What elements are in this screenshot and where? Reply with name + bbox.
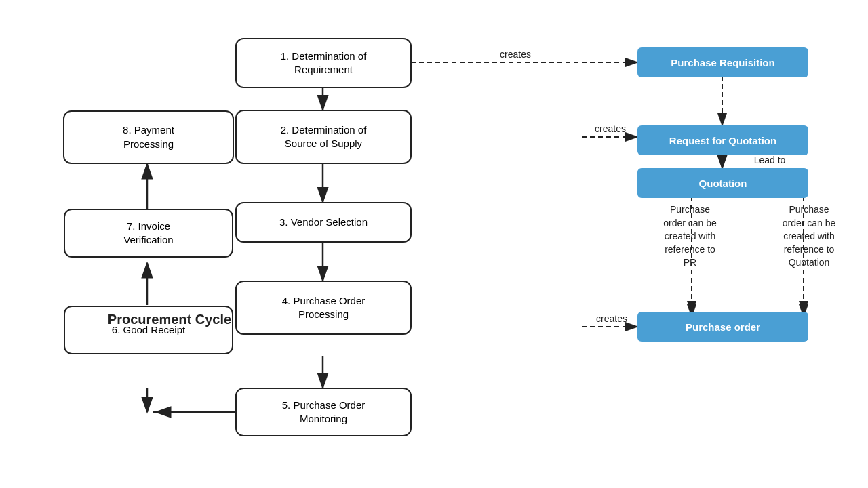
step3-box: 3. Vendor Selection: [235, 202, 412, 243]
quotation-label: Quotation: [699, 178, 747, 189]
purchase-requisition-box: Purchase Requisition: [637, 47, 808, 77]
lead-to-label: Lead to: [746, 155, 793, 165]
rfq-label: Request for Quotation: [669, 135, 776, 146]
quotation-box: Quotation: [637, 168, 808, 198]
step1-box: 1. Determination of Requirement: [235, 38, 412, 88]
step8-box: 8. Payment Processing: [63, 110, 234, 164]
po-label: Purchase order: [686, 321, 760, 333]
creates3-label: creates: [585, 313, 639, 324]
rfq-box: Request for Quotation: [637, 125, 808, 155]
purchase-order-box: Purchase order: [637, 312, 808, 342]
step5-label: 5. Purchase Order Monitoring: [282, 399, 366, 426]
creates2-label: creates: [583, 123, 637, 134]
pr-label: Purchase Requisition: [671, 57, 774, 68]
step2-label: 2. Determination of Source of Supply: [281, 123, 367, 151]
creates1-label: creates: [488, 49, 542, 60]
step3-label: 3. Vendor Selection: [279, 216, 368, 229]
cycle-title: Procurement Cycle: [102, 312, 237, 327]
po-pr-note: Purchase order can be created with refer…: [651, 203, 729, 270]
step4-label: 4. Purchase Order Processing: [282, 294, 366, 322]
step2-box: 2. Determination of Source of Supply: [235, 110, 412, 164]
po-quotation-note: Purchase order can be created with refer…: [765, 203, 853, 270]
step7-box: 7. Invoice Verification: [64, 209, 233, 258]
step4-box: 4. Purchase Order Processing: [235, 281, 412, 335]
step8-label: 8. Payment Processing: [123, 123, 174, 151]
step5-box: 5. Purchase Order Monitoring: [235, 388, 412, 436]
step1-label: 1. Determination of Requirement: [281, 49, 367, 77]
step7-label: 7. Invoice Verification: [123, 220, 173, 247]
